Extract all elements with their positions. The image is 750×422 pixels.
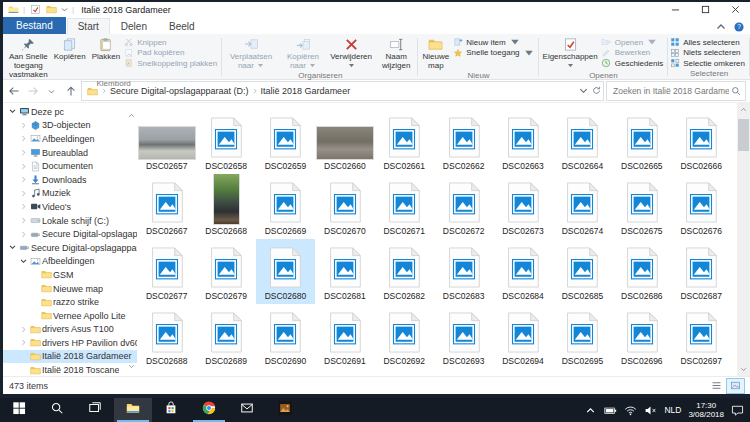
file-item-dsc02666[interactable]: DSC02666 xyxy=(672,109,731,174)
file-item[interactable] xyxy=(612,369,671,376)
file-item-dsc02657[interactable]: DSC02657 xyxy=(137,109,196,174)
maximize-button[interactable] xyxy=(690,2,720,17)
sidebar-item-itali-2018-toscane[interactable]: Italië 2018 Toscane xyxy=(3,363,137,376)
qat-new-folder-button[interactable] xyxy=(45,4,57,16)
chevron-down-icon[interactable] xyxy=(18,258,28,265)
file-item-dsc02691[interactable]: DSC02691 xyxy=(315,304,374,369)
file-item-dsc02685[interactable]: DSC02685 xyxy=(553,239,612,304)
file-item[interactable] xyxy=(256,369,315,376)
file-item[interactable] xyxy=(553,369,612,376)
details-view-button[interactable] xyxy=(708,379,725,393)
chevron-right-icon[interactable] xyxy=(18,217,28,224)
search-icon[interactable] xyxy=(731,86,741,96)
file-item-dsc02660[interactable]: DSC02660 xyxy=(315,109,374,174)
refresh-icon[interactable] xyxy=(592,86,601,97)
ribbon-button-pad-kopi-ren[interactable]: Pad kopiëren xyxy=(123,48,221,59)
file-item-dsc02659[interactable]: DSC02659 xyxy=(256,109,315,174)
collapse-ribbon-button[interactable] xyxy=(716,22,726,32)
sidebar-item-muziek[interactable]: Muziek xyxy=(3,187,137,201)
chevron-right-icon[interactable] xyxy=(18,339,28,346)
file-item-dsc02673[interactable]: DSC02673 xyxy=(493,174,552,239)
file-item-dsc02671[interactable]: DSC02671 xyxy=(375,174,434,239)
ribbon-button-verwijderen[interactable]: Verwijderen xyxy=(327,35,375,71)
sidebar-scroll-down[interactable] xyxy=(128,356,135,374)
ribbon-button-nieuwe-map[interactable]: Nieuwe map xyxy=(419,35,452,71)
file-item-dsc02695[interactable]: DSC02695 xyxy=(553,304,612,369)
ribbon-button-bewerken[interactable]: Bewerken xyxy=(601,48,667,59)
qat-customize-dropdown[interactable] xyxy=(61,4,68,16)
chevron-right-icon[interactable] xyxy=(18,190,28,197)
sidebar-item-documenten[interactable]: Documenten xyxy=(3,159,137,173)
tab-bestand[interactable]: Bestand xyxy=(3,17,66,34)
sidebar-item-itali-2018-gardameer[interactable]: Italië 2018 Gardameer xyxy=(3,350,137,364)
file-item-dsc02677[interactable]: DSC02677 xyxy=(137,239,196,304)
ribbon-button-openen[interactable]: Openen xyxy=(601,37,667,48)
scrollbar-thumb[interactable] xyxy=(738,119,749,151)
file-item[interactable] xyxy=(493,369,552,376)
file-item-dsc02683[interactable]: DSC02683 xyxy=(434,239,493,304)
volume-muted-icon[interactable] xyxy=(644,405,657,416)
file-item-dsc02694[interactable]: DSC02694 xyxy=(493,304,552,369)
chevron-down-icon[interactable] xyxy=(7,108,17,115)
wifi-icon[interactable] xyxy=(624,405,637,416)
ribbon-button-eigenschappen[interactable]: Eigenschappen xyxy=(540,35,601,71)
ribbon-button-naam-wijzigen[interactable]: Naam wijzigen xyxy=(375,35,417,71)
sidebar-item-afbeeldingen[interactable]: Afbeeldingen xyxy=(3,132,137,146)
clock[interactable]: 17:30 3/08/2018 xyxy=(688,401,724,419)
tab-beeld[interactable]: Beeld xyxy=(158,19,206,34)
file-item[interactable] xyxy=(375,369,434,376)
file-item-dsc02692[interactable]: DSC02692 xyxy=(375,304,434,369)
file-item-dsc02672[interactable]: DSC02672 xyxy=(434,174,493,239)
sidebar-item-drivers-hp-pavilion-dv6000[interactable]: drivers HP Pavilion dv6000 xyxy=(3,336,137,350)
file-item-dsc02697[interactable]: DSC02697 xyxy=(672,304,731,369)
file-item-dsc02675[interactable]: DSC02675 xyxy=(612,174,671,239)
file-item-dsc02679[interactable]: DSC02679 xyxy=(196,239,255,304)
sidebar-item-nieuwe-map[interactable]: Nieuwe map xyxy=(3,282,137,296)
chevron-right-icon[interactable] xyxy=(18,326,28,333)
start-button[interactable] xyxy=(0,398,38,422)
file-item-dsc02663[interactable]: DSC02663 xyxy=(493,109,552,174)
file-item[interactable] xyxy=(196,369,255,376)
chevron-right-icon[interactable] xyxy=(18,176,28,183)
file-item-dsc02674[interactable]: DSC02674 xyxy=(553,174,612,239)
tray-overflow-chevron-icon[interactable] xyxy=(584,405,597,416)
ribbon-button-selectie-omkeren[interactable]: Selectie omkeren xyxy=(669,58,749,69)
ribbon-button-kopi-ren[interactable]: Kopiëren xyxy=(51,35,89,62)
ribbon-button-knippen[interactable]: Knippen xyxy=(123,37,221,48)
ribbon-button-plakken[interactable]: Plakken xyxy=(89,35,123,62)
close-button[interactable] xyxy=(720,2,750,17)
chevron-right-icon[interactable] xyxy=(18,163,28,170)
sidebar-item-deze-pc[interactable]: Deze pc xyxy=(3,105,137,119)
file-item-dsc02690[interactable]: DSC02690 xyxy=(256,304,315,369)
qat-properties-button[interactable] xyxy=(29,4,41,16)
sidebar-item-bureaublad[interactable]: Bureaublad xyxy=(3,146,137,160)
ribbon-button-nieuw-item[interactable]: Nieuw item xyxy=(452,37,537,48)
ribbon-button-alles-selecteren[interactable]: Alles selecteren xyxy=(669,37,749,48)
sidebar-item-secure-digital-opslagapparaat[interactable]: Secure Digital-opslagapparaat xyxy=(3,227,137,241)
sidebar-item-video-s[interactable]: Video's xyxy=(3,200,137,214)
chrome-taskbar-button[interactable] xyxy=(190,398,228,422)
chevron-right-icon[interactable] xyxy=(18,231,28,238)
file-item[interactable] xyxy=(672,369,731,376)
file-item-dsc02664[interactable]: DSC02664 xyxy=(553,109,612,174)
file-item-dsc02682[interactable]: DSC02682 xyxy=(375,239,434,304)
file-item[interactable] xyxy=(137,369,196,376)
chevron-right-icon[interactable] xyxy=(18,149,28,156)
file-item-dsc02670[interactable]: DSC02670 xyxy=(315,174,374,239)
file-item-dsc02668[interactable]: DSC02668 xyxy=(196,174,255,239)
chevron-right-icon[interactable] xyxy=(18,203,28,210)
thumbnails-view-button[interactable] xyxy=(727,379,744,393)
chevron-right-icon[interactable] xyxy=(18,135,28,142)
sidebar-scroll-up[interactable] xyxy=(128,105,135,123)
keyboard-language[interactable]: NLD xyxy=(664,405,681,415)
file-item-dsc02687[interactable]: DSC02687 xyxy=(672,239,731,304)
microsoft-store-taskbar-button[interactable] xyxy=(152,398,190,422)
ribbon-button-geschiedenis[interactable]: Geschiedenis xyxy=(601,58,667,69)
minimize-button[interactable] xyxy=(660,2,690,17)
battery-icon[interactable] xyxy=(604,405,617,416)
sidebar-item-drivers-asus-t100[interactable]: drivers Asus T100 xyxy=(3,323,137,337)
chevron-right-icon[interactable] xyxy=(18,122,28,129)
file-item-dsc02681[interactable]: DSC02681 xyxy=(315,239,374,304)
file-item-dsc02696[interactable]: DSC02696 xyxy=(612,304,671,369)
tab-start[interactable]: Start xyxy=(67,18,110,34)
